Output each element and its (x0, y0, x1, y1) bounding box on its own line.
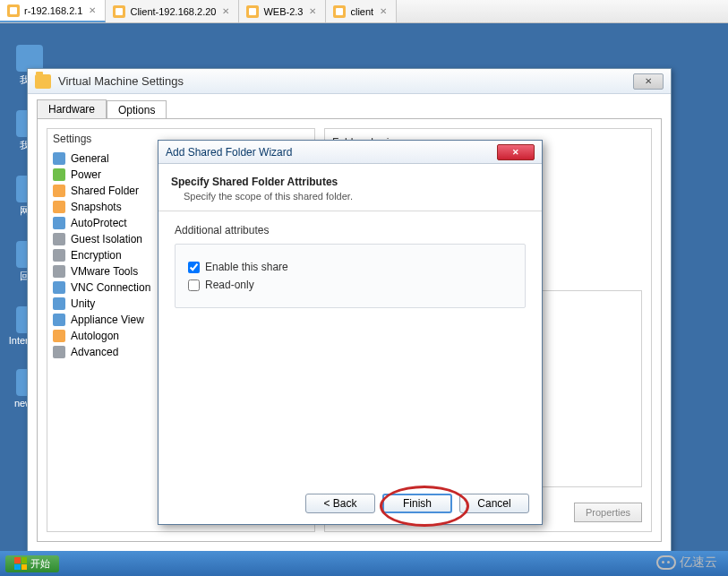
wizard-title: Add Shared Folder Wizard (166, 146, 292, 159)
settings-item-icon (53, 249, 65, 262)
close-icon[interactable]: ✕ (87, 5, 98, 15)
vm-icon (246, 5, 259, 18)
window-title: Virtual Machine Settings (58, 74, 184, 88)
settings-item-label: VMware Tools (71, 265, 138, 278)
settings-item-icon (53, 314, 65, 326)
settings-item-icon (53, 152, 65, 165)
settings-item-label: Appliance View (71, 314, 144, 326)
wizard-header: Specify Shared Folder Attributes Specify… (158, 164, 542, 211)
app-tab-0[interactable]: r-192.168.2.1 ✕ (0, 0, 106, 22)
wizard-head-title: Specify Shared Folder Attributes (171, 176, 338, 188)
readonly-row[interactable]: Read-only (188, 279, 512, 291)
tab-label: r-192.168.2.1 (24, 5, 82, 16)
vm-icon (333, 5, 346, 18)
app-tab-2[interactable]: WEB-2.3 ✕ (239, 0, 326, 22)
settings-item-label: Shared Folder (71, 185, 139, 197)
vm-icon (113, 5, 125, 18)
back-button[interactable]: < Back (305, 494, 375, 513)
settings-item-icon (53, 168, 65, 181)
enable-share-row[interactable]: Enable this share (188, 261, 512, 273)
wizard-titlebar[interactable]: Add Shared Folder Wizard ✕ (158, 141, 542, 164)
settings-item-label: Power (71, 168, 101, 181)
enable-share-label: Enable this share (205, 261, 288, 273)
app-tab-bar: r-192.168.2.1 ✕ Client-192.168.2.20 ✕ WE… (0, 0, 728, 23)
settings-item-label: Encryption (71, 249, 122, 262)
settings-item-icon (53, 185, 65, 197)
settings-tabs: Hardware Options (37, 99, 662, 118)
settings-item-icon (53, 281, 65, 294)
tab-label: WEB-2.3 (263, 6, 303, 17)
window-close-button[interactable]: ✕ (633, 73, 664, 90)
group-label: Additional attributes (175, 224, 526, 236)
close-icon[interactable]: ✕ (378, 6, 389, 16)
shared-folder-wizard: Add Shared Folder Wizard ✕ Specify Share… (158, 140, 543, 525)
finish-button[interactable]: Finish (382, 494, 452, 513)
start-label: 开始 (30, 557, 50, 571)
tab-label: client (350, 6, 373, 17)
wizard-close-button[interactable]: ✕ (497, 144, 535, 160)
app-tab-3[interactable]: client ✕ (326, 0, 397, 22)
settings-item-label: Advanced (71, 346, 118, 358)
wizard-body: Additional attributes Enable this share … (158, 211, 542, 321)
folder-icon (35, 74, 51, 89)
watermark-icon (656, 555, 676, 570)
tab-options[interactable]: Options (107, 100, 167, 119)
settings-item-icon (53, 297, 65, 310)
settings-item-icon (53, 201, 65, 213)
guest-taskbar: 开始 (0, 551, 728, 576)
close-icon[interactable]: ✕ (220, 6, 231, 16)
settings-item-label: VNC Connection (71, 281, 150, 294)
settings-item-label: General (71, 152, 109, 165)
wizard-button-row: < Back Finish Cancel (305, 494, 529, 513)
settings-item-label: Guest Isolation (71, 233, 142, 245)
settings-item-label: AutoProtect (71, 217, 127, 229)
window-titlebar[interactable]: Virtual Machine Settings ✕ (28, 69, 671, 94)
tab-hardware[interactable]: Hardware (37, 99, 107, 118)
guest-desktop: 我的 我的 网上 回收 Inter Expl newsid Virtual Ma… (0, 23, 728, 576)
start-button[interactable]: 开始 (5, 555, 59, 572)
close-icon[interactable]: ✕ (307, 6, 318, 16)
vm-icon (7, 4, 20, 17)
windows-icon (14, 557, 27, 570)
wizard-head-subtitle: Specify the scope of this shared folder. (184, 191, 529, 202)
tab-label: Client-192.168.2.20 (130, 6, 216, 17)
properties-button[interactable]: Properties (574, 503, 642, 522)
app-tab-1[interactable]: Client-192.168.2.20 ✕ (106, 0, 239, 22)
readonly-checkbox[interactable] (188, 279, 200, 291)
cancel-button[interactable]: Cancel (459, 494, 529, 513)
settings-item-icon (53, 346, 65, 358)
settings-item-icon (53, 330, 65, 342)
watermark: 亿速云 (656, 555, 717, 571)
enable-share-checkbox[interactable] (188, 262, 200, 273)
settings-item-icon (53, 233, 65, 245)
readonly-label: Read-only (205, 279, 254, 291)
attributes-group: Enable this share Read-only (175, 244, 526, 308)
settings-item-label: Autologon (71, 330, 119, 342)
settings-item-label: Snapshots (71, 201, 122, 213)
settings-item-label: Unity (71, 297, 95, 310)
settings-item-icon (53, 265, 65, 278)
settings-item-icon (53, 217, 65, 229)
